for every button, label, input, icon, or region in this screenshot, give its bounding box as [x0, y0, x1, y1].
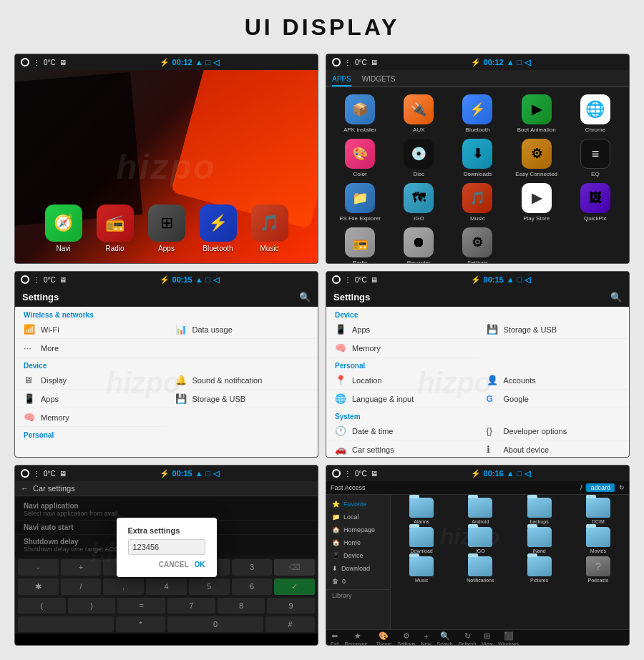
local-icon: 📁	[332, 513, 340, 521]
fm-sidebar: ⭐ Favorite 📁 Local 🏠 Homepage 🏠 Home	[326, 495, 391, 629]
apps-icon[interactable]: ⊞ Apps	[148, 205, 185, 252]
app-radio[interactable]: 📻 Radio	[333, 227, 386, 264]
more-icon: ···	[24, 343, 35, 353]
datetime-item[interactable]: 🕐 Date & time	[326, 422, 478, 440]
bt-2: ⚡	[471, 58, 481, 67]
folder-dcim[interactable]: DCIM	[570, 498, 626, 524]
app-es[interactable]: 📁 ES File Explorer	[333, 183, 386, 222]
app-drawer-content: APPS WIDGETS 📦 APK installer 🔌 AUX ⚡ Blu…	[326, 70, 629, 263]
windows-icon-fm: ⬛	[504, 631, 514, 641]
app-play[interactable]: ▶ Play Store	[510, 183, 563, 222]
screen-apps: ⋮ 0°C 🖥 ⚡ 00:12 ▲ □ ◁ APPS WIDGETS 📦 A	[326, 54, 630, 264]
storage-item-4[interactable]: 💾 Storage & USB	[478, 320, 630, 339]
app-disc[interactable]: 💿 Disc	[392, 139, 445, 177]
wifi-item[interactable]: 📶 Wi-Fi	[15, 320, 167, 339]
radio-icon[interactable]: 📻 Radio	[97, 205, 134, 252]
fm-new[interactable]: + New	[421, 632, 431, 646]
folder-podcasts[interactable]: ? Podcasts	[570, 556, 626, 583]
settings-header-3: Settings 🔍	[15, 287, 318, 307]
sound-item[interactable]: 🔔 Sound & notification	[167, 371, 318, 390]
memory-item-4[interactable]: 🧠 Memory	[326, 339, 478, 358]
fm-download[interactable]: ⬇ Download	[326, 562, 390, 575]
fm-search[interactable]: 🔍 Search	[437, 631, 453, 645]
fm-theme[interactable]: 🎨 Theme	[376, 631, 391, 645]
data-usage-item[interactable]: 📊 Data usage	[167, 320, 318, 339]
folder-igo[interactable]: iGO	[452, 527, 508, 553]
dialog-ok-button[interactable]: OK	[195, 561, 205, 568]
app-music[interactable]: 🎵 Music	[451, 183, 504, 222]
back-5: ◁	[213, 469, 219, 478]
navi-icon[interactable]: 🧭 Navi	[45, 205, 82, 252]
fm-recommend[interactable]: ★ Recomme..	[345, 631, 371, 645]
about-item[interactable]: ℹ About device	[478, 440, 630, 457]
fm-view[interactable]: ⊞ View	[482, 631, 492, 645]
folder-grid: Alarms Android	[394, 498, 626, 583]
fm-home[interactable]: 🏠 Home	[326, 536, 390, 549]
location-item[interactable]: 📍 Location	[326, 371, 478, 390]
dialog-input[interactable]: 123456	[128, 539, 205, 555]
storage-item-3[interactable]: 💾 Storage & USB	[167, 390, 318, 408]
folder-backups[interactable]: backups	[512, 498, 567, 524]
exit-icon: ⬅	[331, 631, 338, 641]
tab-apps[interactable]: APPS	[332, 73, 351, 87]
fm-favorite[interactable]: ⭐ Favorite	[326, 498, 390, 511]
folder-download[interactable]: Download	[394, 527, 449, 553]
accounts-item[interactable]: 👤 Accounts	[478, 371, 630, 390]
fm-windows[interactable]: ⬛ Windows	[498, 631, 518, 645]
tab-widgets[interactable]: WIDGETS	[362, 73, 396, 87]
fm-exit[interactable]: ⬅ Exit	[331, 631, 339, 645]
car-header: ← Car settings	[15, 481, 318, 496]
temp-2: 0°C	[355, 59, 367, 67]
folder-alarms[interactable]: Alarms	[394, 498, 449, 524]
google-item[interactable]: G Google	[478, 390, 630, 408]
fm-local[interactable]: 📁 Local	[326, 511, 390, 523]
fm-refresh[interactable]: ↻ Refresh	[459, 631, 477, 645]
fm-trash[interactable]: 🗑 0	[326, 575, 390, 588]
memory-item-3[interactable]: 🧠 Memory	[15, 408, 167, 427]
display-item[interactable]: 🖥 Display	[15, 371, 167, 390]
app-settings[interactable]: ⚙ Settings	[451, 227, 504, 264]
dialog-cancel-button[interactable]: CANCEL	[159, 561, 189, 568]
app-recorder[interactable]: ⏺ Recorder	[392, 227, 445, 264]
folder-notifications[interactable]: Notifications	[452, 556, 508, 583]
folder-inand[interactable]: iNand	[512, 527, 567, 553]
app-bluetooth[interactable]: ⚡ Bluetooth	[451, 94, 504, 133]
app-color[interactable]: 🎨 Color	[333, 139, 386, 177]
fm-main: hizpo Alarms	[391, 495, 629, 629]
apps-item-3[interactable]: 📱 Apps	[15, 390, 167, 408]
music-icon[interactable]: 🎵 Music	[251, 205, 288, 252]
more-item[interactable]: ··· More	[15, 339, 318, 358]
folder-movies[interactable]: Movies	[570, 527, 626, 553]
folder-icon-android	[468, 498, 492, 518]
app-boot[interactable]: ▶ Boot Animation	[510, 94, 563, 133]
device-section-4: Device	[326, 307, 629, 320]
settings-title-4: Settings	[333, 292, 370, 302]
language-item[interactable]: 🌐 Language & input	[326, 390, 478, 408]
apps-item-4[interactable]: 📱 Apps	[326, 320, 478, 339]
app-eq[interactable]: ≡ EQ	[569, 139, 622, 177]
app-apk[interactable]: 📦 APK installer	[333, 94, 386, 133]
fm-homepage[interactable]: 🏠 Homepage	[326, 523, 390, 536]
fm-device[interactable]: 📱 Device	[326, 549, 390, 562]
fm-refresh-icon[interactable]: ↻	[619, 484, 625, 491]
app-quickpic[interactable]: 🖼 QuickPic	[569, 183, 622, 222]
screen-icon: 🖥	[59, 59, 67, 67]
app-downloads[interactable]: ⬇ Downloads	[451, 139, 504, 177]
folder-music[interactable]: Music	[394, 556, 449, 583]
app-aux[interactable]: 🔌 AUX	[392, 94, 445, 133]
app-easy[interactable]: ⚙ Easy Connected	[510, 139, 563, 177]
watermark-1: hizpo	[116, 147, 216, 187]
folder-android[interactable]: Android	[452, 498, 508, 524]
theme-icon: 🎨	[379, 631, 389, 641]
folder-pictures[interactable]: Pictures	[512, 556, 567, 583]
dev-options-item[interactable]: {} Developer options	[478, 422, 630, 440]
search-icon-3[interactable]: 🔍	[299, 292, 311, 302]
bluetooth-icon[interactable]: ⚡ Bluetooth	[200, 205, 237, 252]
fm-settings-btn[interactable]: ⚙ Settings	[397, 631, 415, 645]
fm-path-adcard[interactable]: adcard	[586, 483, 615, 492]
app-chrome[interactable]: 🌐 Chrome	[569, 94, 622, 133]
search-icon-4[interactable]: 🔍	[610, 292, 622, 302]
car-settings-item[interactable]: 🚗 Car settings	[326, 440, 478, 457]
back-arrow-icon[interactable]: ←	[21, 484, 29, 493]
app-igo[interactable]: 🗺 IGO	[392, 183, 445, 222]
